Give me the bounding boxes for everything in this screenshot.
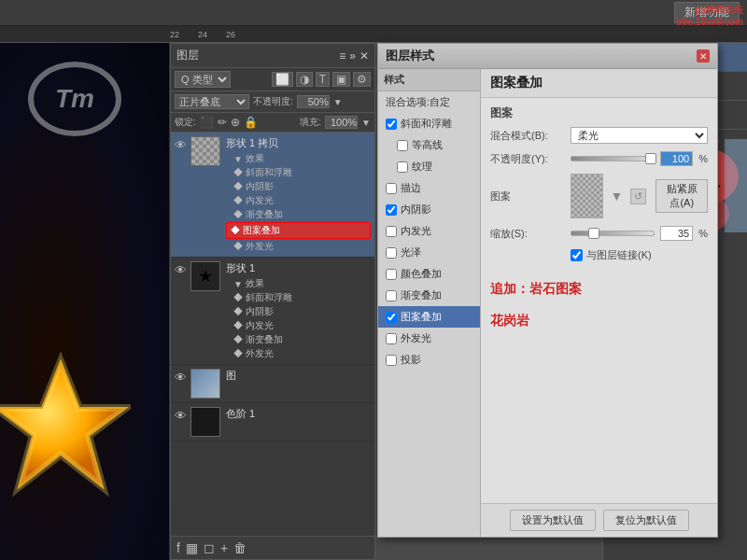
pattern-section-label: 图案 xyxy=(490,105,708,121)
inner-shadow-checkbox[interactable] xyxy=(386,204,397,216)
style-item-bevel[interactable]: 斜面和浮雕 xyxy=(378,113,480,134)
style-item-satin[interactable]: 光泽 xyxy=(378,242,480,263)
scale-label: 缩放(S): xyxy=(490,227,565,241)
effect-inner-glow-s1[interactable]: ◆ 内发光 xyxy=(226,319,371,332)
style-item-outer-glow[interactable]: 外发光 xyxy=(378,328,480,349)
set-default-btn[interactable]: 设置为默认值 xyxy=(510,510,596,531)
blend-mode-select[interactable]: 正片叠底 xyxy=(175,94,249,109)
gradient-overlay-checkbox[interactable] xyxy=(386,290,397,301)
layer-item-shape1[interactable]: 👁 ★ 形状 1 ▼ 效果 ◆ 斜面和浮雕 ◆ 内阴影 ◆ 内发光 ◆ 渐变叠加 xyxy=(171,258,374,365)
opacity-slider-thumb[interactable] xyxy=(645,153,656,164)
style-item-inner-shadow[interactable]: 内阴影 xyxy=(378,199,480,220)
opacity-input[interactable] xyxy=(297,95,330,108)
pattern-select-arrow[interactable]: ▼ xyxy=(611,189,624,203)
eye-icon-cloud[interactable]: 👁 xyxy=(175,371,187,385)
style-item-gradient-overlay[interactable]: 渐变叠加 xyxy=(378,285,480,306)
opacity-row: 不透明度(Y): % xyxy=(490,151,708,166)
effect-bevel[interactable]: ◆ 斜面和浮雕 xyxy=(226,166,371,179)
layers-menu-icon[interactable]: ≡ xyxy=(339,49,345,63)
effect-inner-shadow[interactable]: ◆ 内阴影 xyxy=(226,180,371,193)
blend-mode-bar: 正片叠底 不透明度: ▼ xyxy=(171,91,374,113)
main-area: Tm xyxy=(0,43,747,560)
scale-slider-thumb[interactable] xyxy=(588,228,599,239)
style-item-contour[interactable]: 等高线 xyxy=(378,134,480,156)
effect-eye[interactable]: ▼ xyxy=(233,154,243,164)
scale-slider-track[interactable] xyxy=(571,231,655,236)
effect-eye-s1[interactable]: ▼ xyxy=(233,279,243,289)
style-item-blend[interactable]: 混合选项:自定 xyxy=(378,91,480,113)
effect-outer-glow-s1[interactable]: ◆ 外发光 xyxy=(226,347,371,360)
dialog-close-btn[interactable]: ✕ xyxy=(697,49,710,63)
layers-expand-icon[interactable]: » xyxy=(349,49,356,63)
stroke-checkbox[interactable] xyxy=(386,183,397,194)
effect-gradient[interactable]: ◆ 渐变叠加 xyxy=(226,208,371,221)
tm-logo: Tm xyxy=(28,62,121,136)
inner-glow-checkbox[interactable] xyxy=(386,226,397,237)
new-layer-btn[interactable]: + xyxy=(220,540,228,555)
pattern-preview xyxy=(571,174,603,218)
effect-pattern-active[interactable]: ◆ 图案叠加 xyxy=(226,222,371,239)
bevel-checkbox[interactable] xyxy=(386,119,397,130)
layer-item-cloud[interactable]: 👁 图 xyxy=(171,365,374,403)
eye-icon-shape-copy[interactable]: 👁 xyxy=(175,138,187,152)
drop-shadow-checkbox[interactable] xyxy=(386,355,397,366)
pattern-overlay-checkbox[interactable] xyxy=(386,312,397,323)
satin-checkbox[interactable] xyxy=(386,247,397,259)
layers-panel: 图层 ≡ » ✕ Q 类型 ⬜ ◑ T ▣ ⚙ xyxy=(170,43,375,560)
texture-checkbox[interactable] xyxy=(397,161,408,173)
style-item-texture[interactable]: 纹理 xyxy=(378,156,480,177)
add-mask-btn[interactable]: ▦ xyxy=(186,540,198,555)
style-item-inner-glow[interactable]: 内发光 xyxy=(378,220,480,242)
fill-arrow[interactable]: ▼ xyxy=(361,118,371,128)
layers-header: 图层 ≡ » ✕ xyxy=(171,44,374,68)
style-item-drop-shadow[interactable]: 投影 xyxy=(378,349,480,371)
filter-adjust-btn[interactable]: ◑ xyxy=(296,72,313,87)
create-group-btn[interactable]: ◻ xyxy=(204,540,215,555)
effect-inner-shadow-s1[interactable]: ◆ 内阴影 xyxy=(226,305,371,318)
filter-type-btn[interactable]: T xyxy=(316,72,330,87)
eye-icon-levels[interactable]: 👁 xyxy=(175,409,187,423)
link-layer-checkbox[interactable] xyxy=(571,249,583,261)
effect-gradient-s1[interactable]: ◆ 渐变叠加 xyxy=(226,333,371,346)
lock-all-icon[interactable]: 🔒 xyxy=(244,116,258,129)
pattern-reset-icon[interactable]: ↺ xyxy=(630,189,646,204)
outer-glow-checkbox[interactable] xyxy=(386,333,397,344)
style-item-color-overlay[interactable]: 颜色叠加 xyxy=(378,263,480,285)
lock-position-icon[interactable]: ⊕ xyxy=(231,116,240,129)
effect-bevel-s1[interactable]: ◆ 斜面和浮雕 xyxy=(226,291,371,304)
blend-mode-row: 混合模式(B): 柔光 xyxy=(490,127,708,144)
filter-pixel-btn[interactable]: ⬜ xyxy=(272,72,293,87)
delete-layer-btn[interactable]: 🗑 xyxy=(233,540,247,555)
filter-smart-btn[interactable]: ⚙ xyxy=(353,72,371,87)
eye-icon-shape1[interactable]: 👁 xyxy=(175,263,187,277)
layer-list: 👁 形状 1 拷贝 ▼ 效果 ◆ 斜面和浮雕 ◆ 内阴影 ◆ 内发光 ◆ 渐变叠… xyxy=(171,133,374,536)
lock-move-icon[interactable]: ✏ xyxy=(218,116,227,129)
layer-type-select[interactable]: Q 类型 xyxy=(175,71,231,88)
lock-checkerboard-icon[interactable]: ⬛ xyxy=(200,116,214,129)
color-overlay-checkbox[interactable] xyxy=(386,269,397,280)
filter-shape-btn[interactable]: ▣ xyxy=(332,72,350,87)
opacity-slider-track[interactable] xyxy=(571,156,655,161)
scale-value-input[interactable] xyxy=(660,226,693,241)
snap-origin-btn[interactable]: 贴紧原点(A) xyxy=(655,179,708,213)
link-layers-btn[interactable]: f xyxy=(176,540,180,555)
layer-item-shape-copy[interactable]: 👁 形状 1 拷贝 ▼ 效果 ◆ 斜面和浮雕 ◆ 内阴影 ◆ 内发光 ◆ 渐变叠… xyxy=(171,133,374,258)
style-item-pattern-overlay[interactable]: 图案叠加 xyxy=(378,306,480,328)
opacity-arrow[interactable]: ▼ xyxy=(333,97,343,107)
effect-inner-glow[interactable]: ◆ 内发光 xyxy=(226,194,371,207)
layer-name-levels: 色阶 1 xyxy=(226,407,371,421)
opacity-value-input[interactable] xyxy=(660,151,693,166)
layer-item-levels[interactable]: 👁 色阶 1 xyxy=(171,403,374,441)
scale-unit: % xyxy=(698,228,708,239)
reset-default-btn[interactable]: 复位为默认值 xyxy=(603,510,689,531)
pattern-row: 图案 ▼ ↺ 贴紧原点(A) xyxy=(490,174,708,218)
contour-checkbox[interactable] xyxy=(397,140,408,151)
blend-mode-form-select[interactable]: 柔光 xyxy=(571,127,708,144)
effect-outer-glow[interactable]: ◆ 外发光 xyxy=(226,240,371,253)
fill-input[interactable] xyxy=(325,116,358,129)
style-item-stroke[interactable]: 描边 xyxy=(378,177,480,199)
star-shape xyxy=(0,352,131,504)
style-list: 样式 混合选项:自定 斜面和浮雕 等高线 纹理 xyxy=(378,69,481,537)
layers-close-icon[interactable]: ✕ xyxy=(359,49,369,63)
layer-toolbar: f ▦ ◻ + 🗑 xyxy=(171,536,374,559)
